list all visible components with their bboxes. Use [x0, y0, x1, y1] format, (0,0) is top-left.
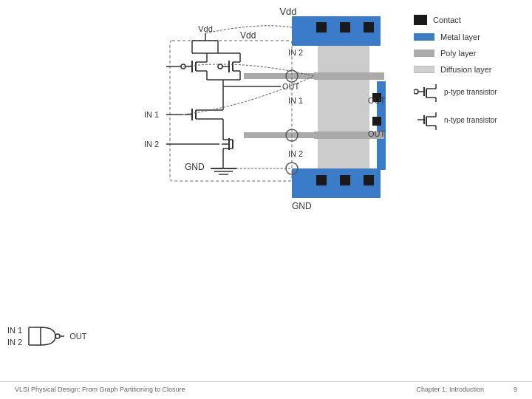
contact-swatch — [414, 15, 427, 25]
footer-page: 9 — [514, 386, 517, 393]
svg-text:GND: GND — [292, 201, 312, 211]
ntype-label: n-type transistor — [444, 116, 497, 124]
poly-swatch — [414, 50, 434, 57]
legend-ptype: p-type transistor — [414, 81, 521, 102]
svg-text:Vdd: Vdd — [279, 6, 296, 17]
svg-rect-9 — [340, 175, 350, 185]
svg-rect-13 — [314, 72, 384, 80]
svg-text:IN 2: IN 2 — [288, 48, 303, 57]
nand-in2-label: IN 2 — [7, 338, 22, 347]
nand-gate-area: IN 1 IN 2 OUT — [7, 321, 86, 351]
svg-rect-8 — [316, 175, 327, 185]
legend: Contact Metal layer Poly layer Diffusion… — [414, 15, 521, 137]
svg-rect-12 — [372, 117, 381, 126]
diffusion-label: Diffusion layer — [440, 65, 492, 74]
svg-text:IN 2: IN 2 — [288, 149, 303, 158]
metal-swatch — [414, 33, 434, 41]
svg-rect-6 — [340, 22, 350, 33]
svg-text:IN 1: IN 1 — [144, 110, 159, 119]
nand-inputs: IN 1 IN 2 — [7, 326, 22, 347]
svg-rect-10 — [364, 175, 374, 185]
diffusion-swatch — [414, 66, 434, 73]
contact-label: Contact — [433, 16, 461, 24]
ntype-symbol — [414, 109, 440, 130]
footer-center: Chapter 1: Introduction — [416, 386, 484, 393]
legend-contact: Contact — [414, 15, 521, 25]
svg-rect-7 — [364, 22, 374, 33]
svg-rect-4 — [318, 46, 369, 168]
footer-right: Chapter 1: Introduction 9 — [416, 386, 517, 393]
legend-diffusion: Diffusion layer — [414, 65, 521, 74]
nand-gate-symbol — [27, 321, 64, 351]
nand-out-label: OUT — [69, 332, 86, 341]
ptype-symbol — [414, 81, 440, 102]
footer-left: VLSI Physical Design: From Graph Partiti… — [15, 386, 185, 393]
svg-point-96 — [55, 334, 60, 338]
svg-text:Vdd: Vdd — [240, 30, 256, 41]
footer: VLSI Physical Design: From Graph Partiti… — [0, 381, 532, 393]
legend-metal: Metal layer — [414, 33, 521, 41]
svg-rect-5 — [316, 22, 327, 33]
poly-label: Poly layer — [440, 49, 476, 58]
legend-poly: Poly layer — [414, 49, 521, 58]
slide: Vdd Vdd IN 2 IN 1 OUT OUT IN 2 GND — [0, 0, 532, 399]
ptype-label: p-type transistor — [444, 88, 497, 96]
svg-text:OUT: OUT — [368, 129, 386, 138]
svg-rect-25 — [170, 41, 292, 181]
svg-text:IN 2: IN 2 — [144, 140, 159, 149]
svg-text:IN 1: IN 1 — [288, 96, 303, 105]
metal-label: Metal layer — [440, 33, 480, 41]
nand-in1-label: IN 1 — [7, 326, 22, 335]
svg-text:GND: GND — [185, 162, 205, 172]
legend-ntype: n-type transistor — [414, 109, 521, 130]
svg-text:OUT: OUT — [368, 96, 386, 105]
